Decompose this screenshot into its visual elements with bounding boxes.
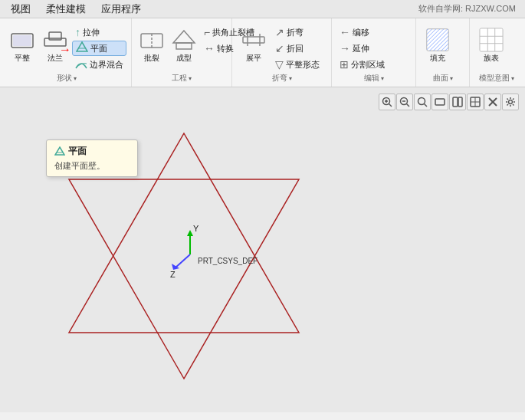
btn-offset-label: 编移 [353,27,369,38]
btn-flatten-label: 展平 [246,54,261,63]
edit-group-label: 编辑▾ [332,73,415,84]
btn-bend-label: 折弯 [287,27,304,38]
svg-text:Y: Y [193,224,199,233]
tooltip-desc: 创建平面壁。 [54,160,130,172]
ribbon-group-engineering: 批裂 成型 ⌐ 拱角止裂槽 ↔ 转换 工程▾ [132,18,232,87]
svg-marker-24 [69,179,299,379]
svg-marker-4 [77,42,87,51]
surface-group-label: 曲面▾ [416,73,469,84]
btn-form[interactable]: 成型 [169,21,199,69]
unbend-icon: ↙ [275,42,284,54]
edit-small-col: ← 编移 → 延伸 ⊞ 分割区域 [336,25,388,72]
btn-split-area-label: 分割区域 [351,59,385,71]
btn-fill[interactable]: 填充 [421,21,454,69]
plane-icon [76,41,88,56]
tooltip: 平面 创建平面壁。 [46,139,138,177]
svg-line-37 [407,104,410,107]
bend-small-col: ↗ 折弯 ↙ 折回 ▽ 平整形态 [272,25,323,72]
btn-plane[interactable]: → 平面 [72,41,126,56]
btn-bend[interactable]: ↗ 折弯 [272,25,323,40]
btn-flatten[interactable]: 展平 [237,21,271,69]
btn-form-label: 成型 [176,54,192,63]
boundary-icon [75,57,87,72]
ribbon-group-shape: 平整 法兰 ↑ 拉伸 → 平面 [2,18,132,87]
svg-marker-8 [173,31,195,43]
btn-split[interactable]: 批裂 [136,21,167,69]
btn-boundary-blend[interactable]: 边界混合 [72,57,126,72]
btn-family-table-label: 族表 [484,54,499,63]
btn-extrude-label: 拉伸 [83,27,100,38]
menu-flexible[interactable]: 柔性建模 [38,1,94,18]
btn-flat-shape-label: 平整形态 [286,59,320,71]
flat-shape-icon: ▽ [275,58,284,71]
btn-extend-label: 延伸 [353,43,369,54]
flatten-icon [241,28,266,52]
offset-icon: ← [340,26,350,38]
btn-flat-shape[interactable]: ▽ 平整形态 [272,57,323,72]
svg-rect-42 [453,97,458,107]
vp-btn-view3[interactable] [467,94,484,110]
btn-flat-label: 平整 [15,54,30,63]
btn-extrude[interactable]: ↑ 拉伸 [72,25,126,40]
svg-text:Z: Z [170,270,176,279]
svg-line-33 [389,104,392,107]
btn-unbend-label: 折回 [287,43,304,54]
svg-rect-15 [427,29,448,51]
crack-icon: ⌐ [204,26,210,38]
menu-view[interactable]: 视图 [3,1,38,18]
form-icon [172,28,196,52]
svg-rect-10 [243,37,264,43]
btn-flat[interactable]: 平整 [6,21,38,69]
ribbon-group-model-intent: 族表 模型意图▾ [470,18,523,87]
shape-group-label: 形状▾ [2,73,131,84]
btn-offset[interactable]: ← 编移 [336,25,388,40]
svg-marker-26 [187,230,193,236]
shape-small-col: ↑ 拉伸 → 平面 边界混合 [72,25,126,72]
svg-point-39 [418,98,425,105]
svg-point-49 [509,100,513,104]
viewport: Y Z PRT_CSYS_DEF [0,87,525,412]
btn-extend[interactable]: → 延伸 [336,41,388,56]
ribbon: 平整 法兰 ↑ 拉伸 → 平面 [0,18,525,87]
vp-btn-zoom-fit[interactable] [414,94,431,110]
menu-bar: 视图 柔性建模 应用程序 软件自学网: RJZXW.COM [0,0,525,18]
btn-convert-label: 转换 [217,43,234,54]
split-icon [139,28,164,52]
split-area-icon: ⊞ [340,58,349,71]
fill-icon [425,28,450,52]
eng-group-label: 工程▾ [132,73,231,84]
vp-btn-settings[interactable] [502,94,519,110]
vp-btn-cut[interactable] [484,94,501,110]
btn-split-area[interactable]: ⊞ 分割区域 [336,57,388,72]
star-of-david-svg: Y Z PRT_CSYS_DEF [0,87,525,412]
extend-icon: → [340,42,350,54]
btn-fill-label: 填充 [430,54,445,63]
svg-rect-9 [176,43,192,49]
flat-icon [10,28,34,52]
ribbon-group-bend: 展平 ↗ 折弯 ↙ 折回 ▽ 平整形态 折弯▾ [232,18,332,87]
convert-icon: ↔ [204,42,215,54]
svg-rect-43 [458,97,462,107]
ribbon-group-surface: 填充 曲面▾ [416,18,470,87]
vp-btn-zoom-in[interactable] [379,94,395,110]
watermark: 软件自学网: RJZXW.COM [418,3,522,15]
vp-btn-view2[interactable] [449,94,466,110]
btn-boundary-label: 边界混合 [90,59,123,71]
viewport-toolbar [379,94,519,110]
bend-icon: ↗ [275,26,284,38]
btn-unbend[interactable]: ↙ 折回 [272,41,323,56]
bend-group-label: 折弯▾ [232,73,331,84]
menu-application[interactable]: 应用程序 [94,1,149,18]
btn-family-table[interactable]: 族表 [474,21,508,69]
family-table-icon [479,28,504,52]
btn-split-label: 批裂 [144,54,159,63]
tooltip-title: 平面 [54,145,130,158]
svg-rect-41 [435,99,445,105]
svg-text:PRT_CSYS_DEF: PRT_CSYS_DEF [198,257,258,265]
svg-rect-1 [13,35,31,46]
vp-btn-zoom-out[interactable] [396,94,413,110]
svg-line-40 [425,104,428,107]
ribbon-group-edit: ← 编移 → 延伸 ⊞ 分割区域 编辑▾ [332,18,416,87]
btn-plane-label: 平面 [90,43,107,54]
vp-btn-view1[interactable] [431,94,448,110]
